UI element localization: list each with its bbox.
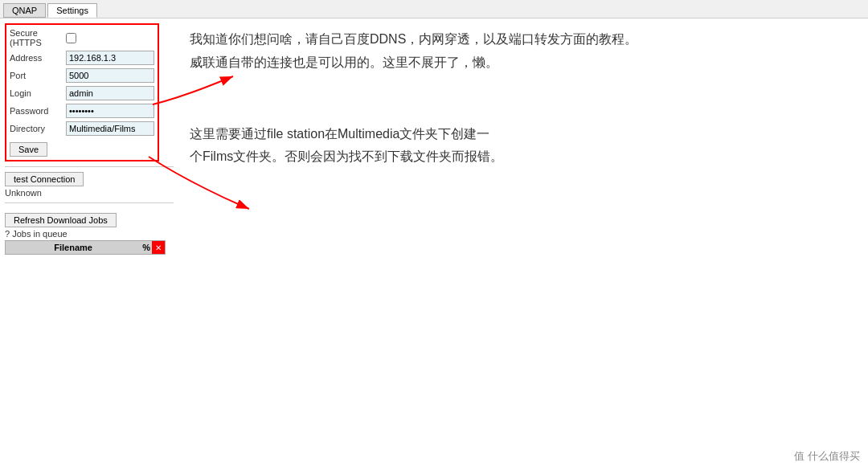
close-all-button[interactable]: ✕ [152, 241, 165, 254]
address-label: Address [10, 53, 66, 63]
directory-row: Directory [10, 121, 154, 136]
jobs-count-text: ? Jobs in queue [5, 229, 182, 239]
address-row: Address [10, 51, 154, 65]
directory-input[interactable] [66, 121, 154, 136]
secure-label: Secure (HTTPS [10, 28, 66, 47]
password-input[interactable] [66, 104, 154, 118]
divider2 [5, 202, 174, 203]
divider1 [5, 166, 174, 167]
right-panel: 我知道你们想问啥，请自己百度DDNS，内网穿透，以及端口转发方面的教程。 威联通… [182, 23, 863, 255]
save-button[interactable]: Save [10, 142, 47, 157]
settings-tab[interactable]: Settings [47, 3, 97, 18]
status-text: Unknown [5, 188, 182, 198]
password-row: Password [10, 104, 154, 118]
address-input[interactable] [66, 51, 154, 65]
password-label: Password [10, 106, 66, 116]
secure-row: Secure (HTTPS [10, 28, 154, 47]
secure-checkbox[interactable] [66, 33, 76, 43]
jobs-table-header: Filename % ✕ [5, 240, 166, 255]
percent-column-header: % [141, 241, 152, 254]
port-input[interactable] [66, 68, 154, 83]
qnap-tab[interactable]: QNAP [3, 3, 46, 18]
refresh-download-jobs-button[interactable]: Refresh Download Jobs [5, 213, 117, 227]
test-connection-button[interactable]: test Connection [5, 172, 84, 186]
left-panel: Secure (HTTPS Address Port Login Passwor… [5, 23, 182, 255]
login-row: Login [10, 86, 154, 100]
filename-column-header: Filename [6, 241, 141, 254]
port-label: Port [10, 71, 66, 80]
port-row: Port [10, 68, 154, 83]
directory-label: Directory [10, 124, 66, 133]
annotation-text-1: 我知道你们想问啥，请自己百度DDNS，内网穿透，以及端口转发方面的教程。 威联通… [190, 28, 855, 75]
top-tabs: QNAP Settings [0, 0, 868, 18]
settings-form-box: Secure (HTTPS Address Port Login Passwor… [5, 23, 159, 161]
annotation-text-2: 这里需要通过file station在Multimedia文件夹下创建一 个Fi… [190, 123, 855, 170]
login-input[interactable] [66, 86, 154, 100]
watermark: 值 什么值得买 [794, 449, 860, 464]
login-label: Login [10, 88, 66, 98]
main-content: Secure (HTTPS Address Port Login Passwor… [0, 18, 868, 260]
